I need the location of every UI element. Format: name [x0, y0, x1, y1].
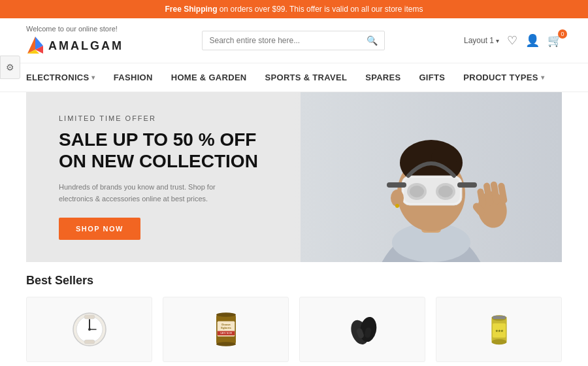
gear-icon: ⚙ — [6, 62, 14, 73]
best-sellers-section: Best Sellers — [0, 262, 588, 362]
product-types-chevron-icon: ▾ — [541, 74, 544, 81]
announcement-text: on orders over $99. This offer is valid … — [217, 5, 423, 14]
electronics-chevron-icon: ▾ — [91, 74, 95, 81]
nav-item-gifts[interactable]: GIFTS — [419, 63, 445, 92]
logo-text: AMALGAM — [48, 39, 123, 53]
layout-selector[interactable]: Layout 1 ▾ — [464, 36, 499, 45]
main-nav: ELECTRONICS ▾ FASHION HOME & GARDEN SPOR… — [0, 63, 588, 92]
logo-area[interactable]: AMALGAM — [26, 35, 123, 56]
header-left: Welcome to our online store! AMALGAM — [26, 25, 123, 56]
announcement-bold: Free Shipping — [165, 5, 217, 14]
nav-item-spares[interactable]: SPARES — [365, 63, 400, 92]
announcement-bar: Free Shipping on orders over $99. This o… — [0, 0, 588, 18]
svg-text:Egberts: Egberts — [221, 326, 231, 329]
svg-text:CAFE NOIR: CAFE NOIR — [220, 333, 232, 335]
products-grid: Douwe Egberts CAFE NOIR — [26, 297, 562, 362]
search-input[interactable] — [209, 36, 367, 45]
hero-image — [267, 92, 562, 262]
best-sellers-title: Best Sellers — [26, 274, 562, 288]
hero-content: LIMITED TIME OFFER SALE UP TO 50 % OFF O… — [26, 95, 291, 259]
layout-label: Layout 1 — [464, 36, 494, 45]
settings-gear[interactable]: ⚙ — [0, 56, 20, 79]
search-icon: 🔍 — [367, 35, 378, 46]
cart-badge: 0 — [558, 29, 567, 39]
welcome-text: Welcome to our online store! — [26, 25, 118, 33]
hero-description: Hundreds of brands you know and trust. S… — [59, 182, 216, 205]
product-card-2[interactable] — [299, 297, 425, 362]
svg-rect-14 — [387, 182, 406, 188]
nav-item-fashion[interactable]: FASHION — [114, 63, 153, 92]
logo-icon — [26, 35, 44, 56]
product-card-0[interactable] — [26, 297, 152, 362]
svg-text:★★★: ★★★ — [495, 329, 504, 333]
nav-item-product-types[interactable]: PRODUCT TYPES ▾ — [463, 63, 544, 92]
svg-point-20 — [395, 204, 399, 208]
wishlist-icon[interactable]: ♡ — [507, 33, 517, 48]
svg-point-41 — [216, 342, 236, 346]
svg-rect-32 — [84, 315, 95, 319]
svg-rect-49 — [493, 316, 506, 319]
product-thumb-3: ★★★ — [476, 307, 522, 352]
product-card-3[interactable]: ★★★ — [436, 297, 562, 362]
hero-badge: LIMITED TIME OFFER — [59, 114, 258, 122]
header: Welcome to our online store! AMALGAM 🔍 L… — [0, 18, 588, 63]
product-card-1[interactable]: Douwe Egberts CAFE NOIR — [163, 297, 289, 362]
cart-wrapper[interactable]: 🛒 0 — [547, 33, 562, 48]
shop-now-button[interactable]: SHOP NOW — [59, 218, 140, 240]
svg-point-31 — [88, 328, 91, 331]
product-thumb-1: Douwe Egberts CAFE NOIR — [203, 307, 249, 352]
header-right: Layout 1 ▾ ♡ 👤 🛒 0 — [464, 33, 562, 48]
product-thumb-2 — [340, 307, 385, 352]
header-center: 🔍 — [123, 31, 464, 50]
account-icon[interactable]: 👤 — [525, 33, 540, 48]
product-thumb-0 — [67, 307, 112, 352]
svg-rect-13 — [457, 182, 477, 188]
hero-banner: LIMITED TIME OFFER SALE UP TO 50 % OFF O… — [26, 92, 562, 262]
svg-rect-33 — [84, 340, 95, 344]
svg-point-40 — [216, 312, 236, 317]
nav-item-sports-travel[interactable]: SPORTS & TRAVEL — [265, 63, 348, 92]
svg-point-17 — [410, 186, 424, 197]
svg-point-50 — [491, 339, 506, 344]
hero-title: SALE UP TO 50 % OFF ON NEW COLLECTION — [59, 129, 258, 173]
nav-item-electronics[interactable]: ELECTRONICS ▾ — [26, 63, 95, 92]
svg-point-18 — [438, 186, 453, 197]
search-box[interactable]: 🔍 — [202, 31, 385, 50]
layout-chevron-icon: ▾ — [496, 37, 499, 44]
nav-item-home-garden[interactable]: HOME & GARDEN — [171, 63, 247, 92]
hero-illustration — [301, 92, 562, 262]
